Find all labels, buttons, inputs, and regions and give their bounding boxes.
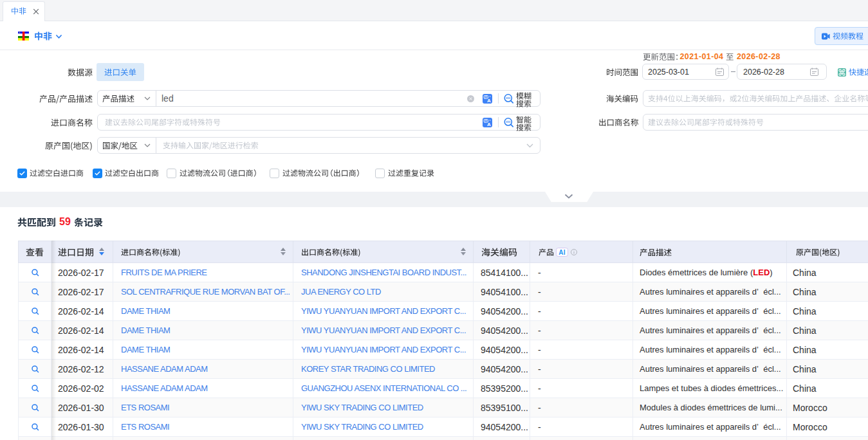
svg-text:A: A: [487, 98, 491, 104]
svg-text:A: A: [487, 122, 491, 127]
